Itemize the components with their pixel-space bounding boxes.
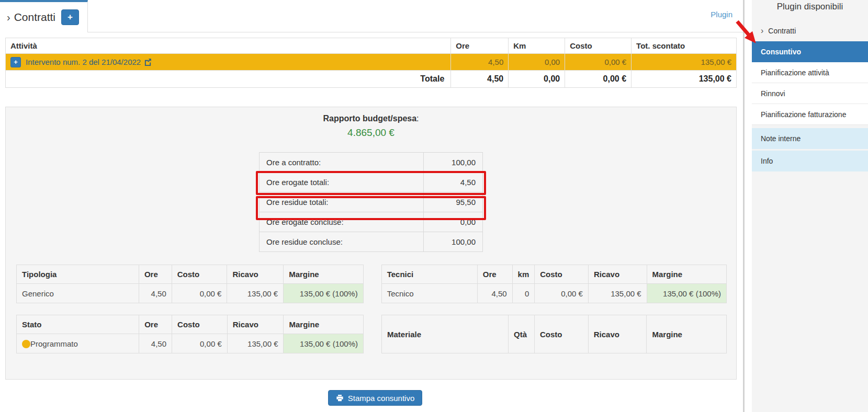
col-header-ore: Ore — [139, 315, 172, 334]
stato-costo: 0,00 € — [172, 334, 228, 353]
budget-title: Rapporto budget/spesa: — [6, 114, 736, 123]
col-header-margine: Margine — [284, 315, 364, 334]
tipologia-header-row: Tipologia Ore Costo Ricavo Margine — [17, 265, 364, 284]
tab-contratti[interactable]: › Contratti + — [0, 0, 88, 32]
tecnici-row: Tecnico 4,50 0 0,00 € 135,00 € 135,00 € … — [381, 284, 726, 303]
col-header-ricavo: Ricavo — [588, 315, 647, 353]
print-button-label: Stampa consuntivo — [348, 394, 415, 403]
stat-label: Ore erogate concluse: — [260, 212, 424, 232]
tecnico-ricavo: 135,00 € — [588, 284, 647, 303]
activity-row[interactable]: + Intervento num. 2 del 21/04/2022 — [6, 54, 737, 71]
expand-activity-button[interactable]: + — [10, 57, 21, 67]
stats-row-ore-contratto: Ore a contratto: 100,00 — [260, 153, 483, 173]
printer-icon — [336, 394, 344, 402]
col-header-ricavo: Ricavo — [588, 265, 647, 284]
tecnico-costo: 0,00 € — [535, 284, 589, 303]
stato-margine: 135,00 € (100%) — [284, 334, 364, 353]
sidebar-item-label: Pianificazione attività — [761, 68, 829, 77]
col-header-ricavo: Ricavo — [227, 265, 284, 284]
tecnici-header-row: Tecnici Ore km Costo Ricavo Margine — [381, 265, 726, 284]
page: › Contratti + Plugin Attività Ore Km Cos… — [0, 0, 868, 412]
sidebar-item-label: Contratti — [768, 27, 796, 35]
col-header-margine: Margine — [284, 265, 363, 284]
col-header-ricavo: Ricavo — [227, 315, 284, 334]
tipologia-name: Generico — [17, 284, 139, 303]
budget-stats: Ore a contratto: 100,00 Ore erogate tota… — [259, 152, 483, 252]
plugin-sidebar: Plugin disponibili › Contratti Consuntiv… — [752, 0, 868, 412]
tecnici-table: Tecnici Ore km Costo Ricavo Margine Tecn… — [381, 265, 727, 303]
stats-row-ore-erogate-totali: Ore erogate totali: 4,50 — [260, 173, 483, 192]
total-km: 0,00 — [509, 71, 565, 88]
col-header-ore: Ore — [451, 38, 509, 54]
stat-value: 100,00 — [424, 153, 483, 173]
sidebar-item-pianificazione-attivita[interactable]: Pianificazione attività — [752, 62, 868, 83]
sidebar-item-info[interactable]: Info — [752, 151, 868, 171]
sidebar-item-pianificazione-fatturazione[interactable]: Pianificazione fatturazione — [752, 104, 868, 125]
sidebar-item-label: Pianificazione fatturazione — [761, 110, 846, 119]
external-link-icon[interactable] — [144, 58, 152, 66]
stat-value: 4,50 — [424, 173, 483, 192]
sidebar-items: › Contratti Consuntivo Pianificazione at… — [752, 20, 868, 171]
col-header-costo: Costo — [172, 315, 228, 334]
tab-bar: › Contratti + Plugin — [0, 0, 745, 32]
sidebar-item-rinnovi[interactable]: Rinnovi — [752, 83, 868, 104]
sidebar-item-consuntivo[interactable]: Consuntivo — [752, 41, 868, 62]
stato-row: Programmato 4,50 0,00 € 135,00 € 135,00 … — [17, 334, 364, 353]
stats-row-ore-residue-totali: Ore residue totali: 95,50 — [260, 192, 483, 212]
stat-label: Ore a contratto: — [260, 153, 424, 173]
activity-link[interactable]: Intervento num. 2 del 21/04/2022 — [26, 58, 141, 66]
budget-stats-table: Ore a contratto: 100,00 Ore erogate tota… — [259, 152, 483, 252]
plugin-tab-link[interactable]: Plugin — [711, 10, 732, 19]
sidebar-item-label: Rinnovi — [761, 89, 785, 98]
stat-label: Ore erogate totali: — [260, 173, 424, 192]
stat-value: 0,00 — [424, 212, 483, 232]
stato-ricavo: 135,00 € — [227, 334, 284, 353]
col-header-stato: Stato — [17, 315, 139, 334]
plus-icon: + — [67, 12, 73, 22]
spacer — [364, 315, 381, 353]
tipologia-ore: 4,50 — [139, 284, 172, 303]
activity-total-row: Totale 4,50 0,00 0,00 € 135,00 € — [6, 71, 737, 88]
col-header-km: Km — [509, 38, 565, 54]
total-label: Totale — [6, 71, 451, 88]
col-header-attivita: Attività — [6, 38, 451, 54]
stato-header-row: Stato Ore Costo Ricavo Margine — [17, 315, 364, 334]
materiale-header-row: Materiale Qtà Costo Ricavo Margine — [382, 315, 727, 353]
col-header-costo: Costo — [565, 38, 632, 54]
tecnico-ore: 4,50 — [477, 284, 512, 303]
sidebar-item-note-interne[interactable]: Note interne — [752, 128, 868, 149]
budget-title-colon: : — [416, 114, 419, 123]
total-tot-scontato: 135,00 € — [632, 71, 737, 88]
tecnico-km: 0 — [512, 284, 535, 303]
col-header-costo: Costo — [172, 265, 227, 284]
activity-costo: 0,00 € — [565, 54, 632, 71]
status-dot-programmato — [22, 340, 30, 348]
sidebar-title: Plugin disponibili — [752, 0, 868, 12]
tipologia-row: Generico 4,50 0,00 € 135,00 € 135,00 € (… — [17, 284, 364, 303]
stats-row-ore-residue-concluse: Ore residue concluse: 100,00 — [260, 232, 483, 252]
col-header-qta: Qtà — [509, 315, 535, 353]
plus-icon: + — [14, 58, 18, 66]
col-header-ore: Ore — [477, 265, 512, 284]
add-contract-button[interactable]: + — [61, 9, 79, 25]
tecnico-margine: 135,00 € (100%) — [647, 284, 726, 303]
materiale-table: Materiale Qtà Costo Ricavo Margine — [381, 315, 727, 353]
col-header-costo: Costo — [534, 315, 588, 353]
page-title: Contratti — [14, 11, 55, 24]
budget-box: Rapporto budget/spesa: 4.865,00 € Ore a … — [5, 107, 737, 380]
tecnico-name: Tecnico — [381, 284, 477, 303]
col-header-ore: Ore — [139, 265, 172, 284]
stampa-consuntivo-button[interactable]: Stampa consuntivo — [328, 390, 423, 406]
sidebar-item-contratti[interactable]: › Contratti — [752, 20, 868, 41]
col-header-km: km — [512, 265, 535, 284]
sidebar-item-label: Note interne — [761, 134, 801, 143]
main-panel: › Contratti + Plugin Attività Ore Km Cos… — [0, 0, 745, 412]
chevron-right-icon: › — [7, 12, 10, 22]
summary-row-1: Tipologia Ore Costo Ricavo Margine Gener… — [16, 265, 727, 303]
print-row: Stampa consuntivo — [5, 390, 745, 406]
col-header-tipologia: Tipologia — [17, 265, 139, 284]
activity-tot-scontato: 135,00 € — [632, 54, 737, 71]
stato-table: Stato Ore Costo Ricavo Margine Programma… — [16, 315, 364, 353]
total-costo: 0,00 € — [565, 71, 632, 88]
activity-table: Attività Ore Km Costo Tot. scontato + In… — [5, 38, 737, 88]
